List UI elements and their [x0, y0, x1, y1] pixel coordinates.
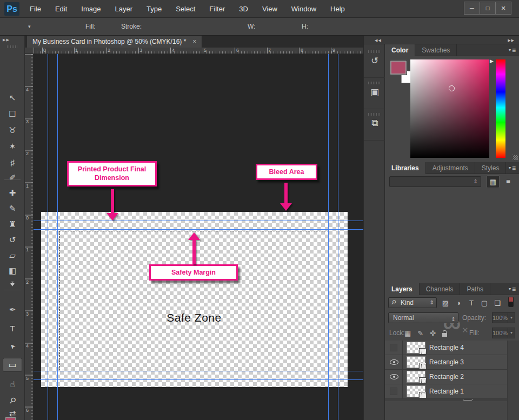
menu-item[interactable]: View: [255, 5, 284, 13]
horizontal-ruler[interactable]: 0123456789: [34, 48, 363, 54]
canvas-viewport[interactable]: Safe Zone Printed Product Final Dimensio…: [34, 54, 363, 420]
menu-item[interactable]: Select: [169, 5, 202, 13]
tab-close-icon[interactable]: ×: [192, 38, 196, 45]
type-tool[interactable]: T: [3, 321, 22, 335]
layer-row[interactable]: Rectangle 4: [385, 341, 507, 355]
panel-tab[interactable]: Color: [385, 44, 415, 56]
gradient-tool[interactable]: ◧: [3, 264, 22, 278]
menu-item[interactable]: Layer: [108, 5, 140, 13]
path-selection-tool[interactable]: ➤: [3, 339, 22, 354]
hand-tool[interactable]: ☝: [3, 377, 22, 391]
hue-slider[interactable]: [496, 59, 505, 158]
brush-tool[interactable]: ✎: [3, 202, 22, 216]
clone-stamp-tool[interactable]: ♜: [3, 217, 22, 231]
layer-thumbnail[interactable]: [407, 356, 425, 368]
opacity-dropdown-icon[interactable]: ▾: [508, 312, 515, 323]
panel-tab[interactable]: Libraries: [385, 162, 426, 174]
layer-row[interactable]: Rectangle 2: [385, 370, 507, 384]
visibility-column[interactable]: [385, 355, 403, 369]
zoom-tool[interactable]: ⚲: [3, 394, 22, 408]
layer-filter-kind-dropdown[interactable]: ⚲ Kind ⇕: [388, 297, 437, 308]
rectangle-tool[interactable]: ▭: [3, 358, 22, 372]
layer-thumbnail[interactable]: [407, 371, 425, 383]
eye-icon[interactable]: [390, 359, 398, 365]
fill-dropdown-icon[interactable]: ▾: [508, 328, 515, 338]
history-brush-tool[interactable]: ↺: [3, 233, 22, 247]
list-view-icon[interactable]: ≡: [502, 175, 515, 188]
panel-tab[interactable]: Layers: [385, 283, 420, 295]
lock-position-icon[interactable]: ✜: [430, 329, 436, 337]
vertical-ruler[interactable]: 43210123456: [25, 54, 34, 420]
menu-item[interactable]: 3D: [232, 5, 255, 13]
panel-tab[interactable]: Swatches: [415, 44, 457, 56]
layer-thumbnail[interactable]: [407, 385, 425, 397]
minimize-button[interactable]: ─: [464, 2, 480, 15]
lock-transparency-icon[interactable]: ▦: [404, 329, 411, 337]
spot-healing-tool[interactable]: ✚: [3, 186, 22, 200]
menu-item[interactable]: Help: [323, 5, 352, 13]
visibility-column[interactable]: [385, 370, 403, 384]
filter-shape-icon[interactable]: ▢: [480, 299, 489, 307]
menu-item[interactable]: Edit: [48, 5, 74, 13]
layers-scroll-gutter[interactable]: [507, 341, 519, 420]
lasso-tool[interactable]: ♉: [3, 123, 22, 137]
quick-selection-tool[interactable]: ✶: [3, 139, 22, 154]
panel-grip: [368, 82, 381, 84]
eye-icon[interactable]: [390, 374, 398, 379]
filter-toggle-icon[interactable]: [508, 297, 514, 307]
crop-tool[interactable]: ♯: [3, 155, 22, 169]
lock-all-icon[interactable]: [442, 333, 447, 337]
opacity-value[interactable]: 100%: [492, 312, 508, 323]
panel-tab[interactable]: Styles: [475, 162, 507, 174]
panel-tab[interactable]: Channels: [420, 283, 461, 295]
layer-row[interactable]: Rectangle 1: [385, 384, 507, 399]
menu-item[interactable]: Type: [139, 5, 169, 13]
layer-row[interactable]: Rectangle 3: [385, 355, 507, 370]
ruler-number: 3: [26, 119, 29, 124]
filter-type-icon[interactable]: T: [467, 299, 476, 307]
menu-item[interactable]: File: [23, 5, 48, 13]
pen-tool[interactable]: ✒: [3, 303, 22, 317]
visibility-checkbox[interactable]: [390, 388, 397, 395]
visibility-checkbox[interactable]: [390, 344, 397, 351]
lock-paint-icon[interactable]: ✎: [417, 329, 423, 337]
library-select-dropdown[interactable]: ⇕: [389, 176, 481, 187]
layer-thumbnail[interactable]: [407, 342, 425, 354]
history-panel-icon[interactable]: ↺: [364, 48, 385, 78]
maximize-button[interactable]: □: [480, 2, 496, 15]
eyedropper-tool[interactable]: ✐: [3, 171, 22, 185]
close-button[interactable]: ✕: [495, 2, 511, 15]
marquee-tool[interactable]: ☐: [3, 107, 22, 121]
properties-panel-icon[interactable]: ▣: [364, 79, 385, 109]
grid-view-icon[interactable]: ▦: [487, 175, 500, 188]
visibility-column[interactable]: [385, 384, 403, 398]
panel-menu-icon[interactable]: ≡: [509, 46, 516, 54]
panel-menu-icon[interactable]: ≡: [509, 285, 516, 293]
panel-menu-icon[interactable]: ≡: [509, 164, 516, 172]
filter-adjustment-icon[interactable]: ◑: [454, 299, 463, 307]
fill-value[interactable]: 100%: [492, 328, 508, 338]
foreground-color-swatch[interactable]: [390, 61, 407, 75]
visibility-column[interactable]: [385, 341, 403, 355]
tools-expand-icon[interactable]: ▶▶: [3, 38, 10, 42]
move-tool[interactable]: ↖: [3, 91, 22, 105]
timeline-panel-icon[interactable]: ⧉: [364, 110, 385, 141]
collapse-strip-icon[interactable]: ◀◀: [375, 38, 382, 43]
color-field[interactable]: [410, 59, 489, 158]
menu-item[interactable]: Filter: [202, 5, 232, 13]
resize-grip[interactable]: [513, 155, 518, 160]
foreground-color-swatch[interactable]: [5, 417, 16, 420]
libraries-panel: LibrariesAdjustmentsStyles ≡ ⇕ ▦ ≡ ∞ ✕ T…: [385, 162, 519, 283]
color-cursor[interactable]: [449, 85, 455, 91]
document-tab[interactable]: My Business Card in Photoshop @ 50% (CMY…: [27, 36, 202, 48]
panel-tab[interactable]: Paths: [460, 283, 490, 295]
collapse-dock-icon[interactable]: ▶▶: [508, 38, 515, 43]
panel-tab[interactable]: Adjustments: [426, 162, 475, 174]
filter-smart-object-icon[interactable]: ❏: [493, 299, 502, 307]
tool-preset-dropdown-icon[interactable]: ▾: [28, 18, 31, 36]
blend-mode-dropdown[interactable]: Normal ⇕: [388, 312, 458, 323]
menu-item[interactable]: Image: [74, 5, 108, 13]
filter-pixel-icon[interactable]: ▨: [441, 299, 450, 307]
menu-item[interactable]: Window: [284, 5, 323, 13]
eraser-tool[interactable]: ▱: [3, 249, 22, 263]
